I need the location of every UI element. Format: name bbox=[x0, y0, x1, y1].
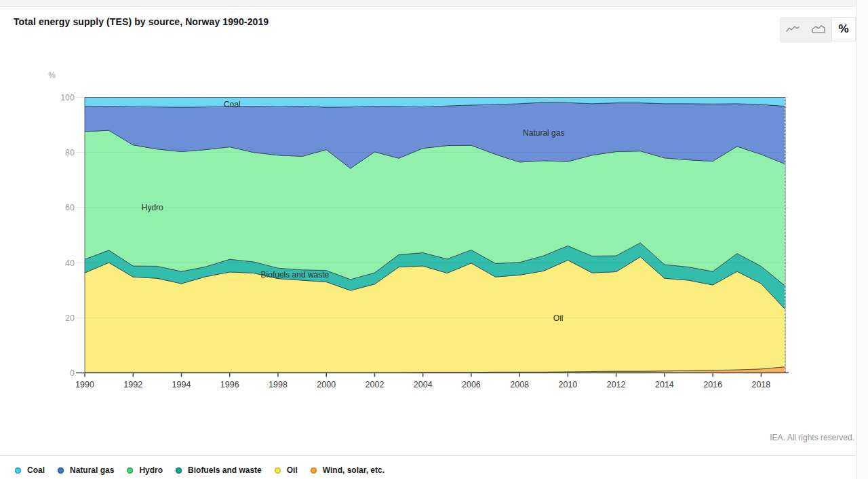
x-tick-label: 2008 bbox=[510, 380, 529, 389]
x-tick-label: 2016 bbox=[703, 380, 722, 389]
legend-item-coal[interactable]: Coal bbox=[15, 465, 45, 475]
y-tick-label: 100 bbox=[60, 93, 75, 102]
y-tick-label: 0 bbox=[70, 368, 75, 378]
x-tick-label: 2004 bbox=[414, 380, 433, 389]
x-tick-label: 2002 bbox=[366, 380, 384, 389]
x-tick-label: 2018 bbox=[751, 380, 770, 389]
x-tick-label: 1996 bbox=[220, 380, 239, 389]
x-tick-label: 2010 bbox=[559, 380, 578, 389]
x-tick-label: 2012 bbox=[607, 380, 626, 389]
x-tick-label: 1990 bbox=[75, 380, 94, 389]
y-tick-label: 20 bbox=[65, 313, 75, 323]
area-bands bbox=[85, 98, 785, 373]
legend-color-dot bbox=[127, 467, 133, 474]
legend-item-label: Hydro bbox=[139, 465, 163, 475]
x-axis: 1990199219941996199820002002200420062008… bbox=[75, 373, 789, 389]
scrollbar-track[interactable] bbox=[856, 0, 868, 479]
x-tick-label: 1994 bbox=[172, 380, 191, 389]
y-tick-label: 80 bbox=[65, 148, 75, 157]
legend-color-dot bbox=[311, 467, 317, 474]
area-label-oil: Oil bbox=[553, 313, 564, 323]
stacked-area-chart[interactable]: 1990199219941996199820002002200420062008… bbox=[0, 0, 868, 421]
x-tick-label: 1998 bbox=[269, 380, 288, 389]
x-tick-label: 2006 bbox=[462, 380, 481, 389]
y-tick-label: 60 bbox=[65, 203, 75, 212]
y-tick-label: 40 bbox=[65, 258, 75, 268]
x-tick-label: 2000 bbox=[317, 380, 336, 389]
legend-item-biofuels-and-waste[interactable]: Biofuels and waste bbox=[176, 465, 262, 475]
copyright-text: IEA. All rights reserved. bbox=[770, 433, 854, 442]
legend-item-label: Natural gas bbox=[70, 465, 114, 475]
legend-item-natural-gas[interactable]: Natural gas bbox=[58, 465, 114, 475]
y-axis-unit-label: % bbox=[48, 71, 56, 80]
area-label-coal: Coal bbox=[224, 100, 241, 109]
x-tick-label: 1992 bbox=[123, 380, 142, 389]
legend-item-oil[interactable]: Oil bbox=[275, 465, 298, 475]
area-label-hydro: Hydro bbox=[142, 203, 163, 212]
legend-color-dot bbox=[275, 467, 281, 474]
area-label-biofuels-and-waste: Biofuels and waste bbox=[261, 270, 330, 280]
chart-legend: CoalNatural gasHydroBiofuels and wasteOi… bbox=[15, 463, 384, 478]
legend-color-dot bbox=[15, 467, 21, 474]
legend-item-label: Wind, solar, etc. bbox=[323, 465, 384, 475]
area-label-natural-gas: Natural gas bbox=[523, 128, 564, 138]
x-tick-label: 2014 bbox=[655, 380, 674, 389]
legend-divider bbox=[0, 455, 868, 456]
legend-color-dot bbox=[58, 467, 64, 474]
y-axis-labels: 020406080100% bbox=[48, 71, 75, 378]
legend-item-label: Coal bbox=[27, 465, 45, 475]
legend-item-label: Biofuels and waste bbox=[188, 465, 262, 475]
legend-item-label: Oil bbox=[287, 465, 298, 475]
legend-item-wind-solar-etc[interactable]: Wind, solar, etc. bbox=[311, 465, 384, 475]
legend-item-hydro[interactable]: Hydro bbox=[127, 465, 163, 475]
legend-color-dot bbox=[176, 467, 182, 474]
